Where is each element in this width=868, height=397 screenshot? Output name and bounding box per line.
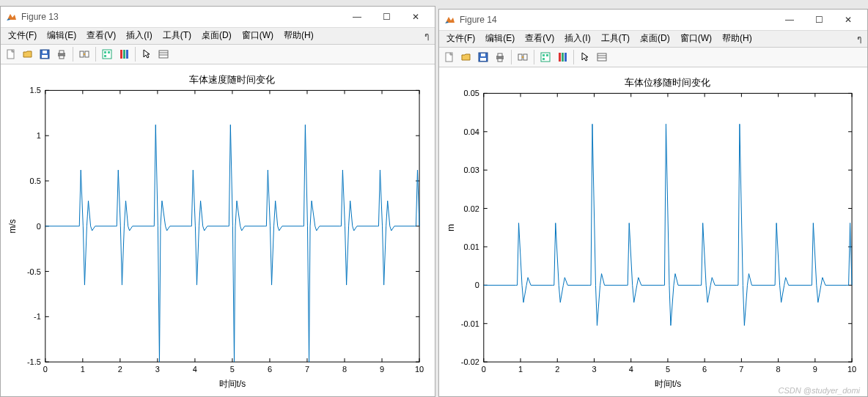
menu-file[interactable]: 文件(F) [4, 28, 41, 43]
svg-text:-1: -1 [34, 312, 41, 321]
toolbar-separator [95, 47, 96, 62]
props-icon[interactable] [156, 47, 171, 62]
svg-rect-6 [59, 56, 64, 59]
svg-text:0.5: 0.5 [30, 176, 41, 185]
minimize-button[interactable]: — [342, 7, 372, 27]
print-icon[interactable] [54, 47, 69, 62]
svg-text:0.03: 0.03 [464, 166, 479, 174]
menu-tools[interactable]: 工具(T) [597, 31, 634, 46]
menubar: 文件(F) 编辑(E) 查看(V) 插入(I) 工具(T) 桌面(D) 窗口(W… [439, 31, 867, 48]
toolbar-separator [511, 50, 512, 64]
menu-edit[interactable]: 编辑(E) [481, 31, 519, 46]
window-title: Figure 14 [460, 15, 775, 25]
svg-text:7: 7 [739, 365, 743, 374]
figure-window-14: Figure 14 — ☐ ✕ 文件(F) 编辑(E) 查看(V) 插入(I) … [438, 9, 868, 397]
open-icon[interactable] [459, 50, 474, 64]
svg-text:1.5: 1.5 [30, 86, 41, 94]
svg-rect-89 [559, 53, 561, 62]
datacursor-icon[interactable] [538, 50, 553, 64]
svg-text:0.05: 0.05 [464, 89, 479, 97]
svg-rect-10 [103, 50, 111, 59]
pointer-icon[interactable] [578, 50, 592, 64]
svg-text:0.02: 0.02 [464, 204, 479, 212]
svg-rect-88 [542, 58, 545, 60]
svg-rect-7 [80, 51, 84, 57]
colorbar-icon[interactable] [117, 47, 131, 62]
svg-rect-17 [159, 51, 168, 58]
svg-rect-80 [498, 53, 502, 56]
svg-rect-14 [120, 50, 122, 59]
menu-window[interactable]: 窗口(W) [676, 31, 716, 46]
svg-rect-15 [123, 50, 125, 59]
svg-text:6: 6 [702, 365, 707, 374]
svg-text:9: 9 [813, 365, 817, 374]
titlebar[interactable]: Figure 14 — ☐ ✕ [439, 10, 867, 31]
toolbar-separator [573, 50, 574, 64]
svg-text:2: 2 [118, 365, 122, 374]
svg-text:0: 0 [475, 281, 479, 289]
svg-rect-92 [597, 53, 606, 61]
toolbar [439, 48, 867, 67]
svg-text:10: 10 [415, 365, 424, 374]
svg-text:6: 6 [268, 365, 272, 374]
svg-text:-0.01: -0.01 [461, 319, 479, 327]
link-icon[interactable] [515, 50, 530, 64]
menu-overflow-icon[interactable]: ๆ [422, 29, 432, 42]
minimize-button[interactable]: — [775, 10, 804, 30]
x-axis-label: 时间t/s [655, 379, 682, 389]
pointer-icon[interactable] [139, 47, 154, 62]
save-icon[interactable] [37, 47, 52, 62]
y-axis-label: m/s [7, 219, 18, 233]
axes[interactable]: 012345678910-1.5-1-0.500.511.5车体速度随时间变化时… [1, 64, 435, 396]
svg-text:0: 0 [37, 221, 41, 230]
menu-desktop[interactable]: 桌面(D) [636, 31, 674, 46]
svg-rect-8 [85, 51, 89, 57]
close-button[interactable]: ✕ [401, 7, 430, 27]
menu-insert[interactable]: 插入(I) [560, 31, 595, 46]
matlab-icon [444, 14, 455, 26]
open-icon[interactable] [21, 47, 35, 62]
svg-rect-5 [59, 51, 64, 53]
svg-text:0: 0 [43, 365, 48, 374]
menu-window[interactable]: 窗口(W) [238, 28, 278, 43]
menu-edit[interactable]: 编辑(E) [43, 28, 81, 43]
menu-help[interactable]: 帮助(H) [718, 31, 757, 46]
props-icon[interactable] [595, 50, 609, 64]
new-icon[interactable] [4, 47, 18, 62]
menu-view[interactable]: 查看(V) [82, 28, 120, 43]
menu-view[interactable]: 查看(V) [521, 31, 559, 46]
svg-text:9: 9 [380, 365, 384, 374]
svg-rect-90 [562, 53, 564, 62]
toolbar-separator [534, 50, 534, 64]
menu-help[interactable]: 帮助(H) [279, 28, 318, 43]
svg-text:5: 5 [230, 365, 235, 374]
svg-text:3: 3 [592, 365, 596, 374]
svg-rect-85 [541, 53, 550, 62]
window-title: Figure 13 [21, 12, 342, 22]
menu-desktop[interactable]: 桌面(D) [197, 28, 236, 43]
menu-overflow-icon[interactable]: ๆ [854, 31, 864, 45]
print-icon[interactable] [493, 50, 507, 64]
save-icon[interactable] [476, 50, 490, 64]
close-button[interactable]: ✕ [834, 10, 863, 30]
toolbar-separator [73, 47, 73, 62]
colorbar-icon[interactable] [555, 50, 570, 64]
link-icon[interactable] [77, 47, 92, 62]
datacursor-icon[interactable] [100, 47, 114, 62]
maximize-button[interactable]: ☐ [372, 7, 401, 27]
menu-insert[interactable]: 插入(I) [122, 28, 156, 43]
maximize-button[interactable]: ☐ [804, 10, 834, 30]
svg-text:4: 4 [193, 365, 197, 374]
new-icon[interactable] [442, 50, 457, 64]
menu-tools[interactable]: 工具(T) [158, 28, 196, 43]
chart-title: 车体位移随时间变化 [625, 77, 710, 88]
svg-text:5: 5 [666, 365, 670, 374]
chart-title: 车体速度随时间变化 [189, 74, 275, 85]
svg-text:7: 7 [305, 365, 309, 374]
titlebar[interactable]: Figure 13 — ☐ ✕ [1, 7, 435, 28]
menu-file[interactable]: 文件(F) [442, 31, 479, 46]
axes[interactable]: 012345678910-0.02-0.0100.010.020.030.040… [439, 67, 867, 396]
svg-rect-83 [523, 54, 527, 60]
toolbar-separator [135, 47, 136, 62]
svg-text:8: 8 [342, 365, 347, 374]
